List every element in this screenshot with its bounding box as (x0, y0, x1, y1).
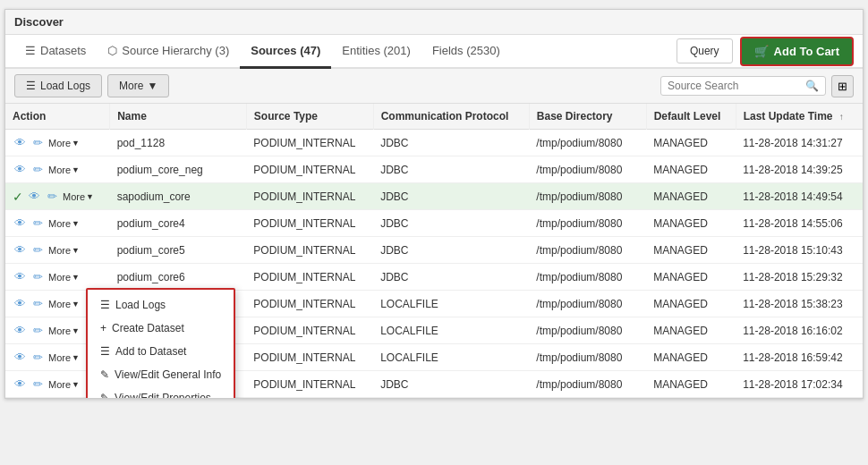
edit-icon[interactable]: ✏ (31, 216, 45, 231)
action-cell-inner: 👁 ✏ More ▼ (13, 162, 103, 177)
load-logs-button[interactable]: ☰ Load Logs (14, 74, 102, 97)
action-cell: ✓ 👁 ✏ More ▼ (5, 183, 110, 210)
view-icon[interactable]: 👁 (13, 162, 28, 177)
col-header-base-dir[interactable]: Base Directory (529, 104, 646, 130)
name-cell: pod_1128 (110, 130, 247, 156)
protocol-cell: LOCALFILE (373, 317, 529, 344)
name-cell: podium_core4 (110, 210, 247, 237)
nav-source-hierarchy[interactable]: ⬡ Source Hierarchy (3) (97, 35, 240, 69)
more-link[interactable]: More ▼ (48, 138, 80, 148)
col-header-name[interactable]: Name (110, 104, 247, 130)
query-button[interactable]: Query (677, 38, 733, 63)
dir-cell: /tmp/podium/8080 (529, 210, 646, 237)
dropdown-view-edit-properties[interactable]: ✎ View/Edit Properties (88, 386, 234, 398)
table-row: 👁 ✏ More ▼ podium_core4 PODIUM_INTERNAL … (5, 210, 863, 237)
view-icon[interactable]: 👁 (13, 376, 28, 392)
level-cell: MANAGED (646, 210, 736, 237)
level-cell: MANAGED (646, 371, 736, 398)
edit-icon[interactable]: ✏ (31, 323, 45, 338)
view-icon[interactable]: 👁 (13, 350, 28, 365)
check-icon[interactable]: ✓ (13, 190, 23, 204)
grid-icon: ⊞ (838, 80, 847, 93)
edit-icon[interactable]: ✏ (31, 269, 45, 284)
name-cell: podium_core_neg (110, 156, 247, 183)
action-cell-inner: 👁 ✏ More ▼ (13, 216, 103, 231)
nav-entities[interactable]: Entities (201) (331, 35, 421, 69)
dropdown-add-to-dataset[interactable]: ☰ Add to Dataset (88, 340, 234, 363)
col-header-level[interactable]: Default Level (646, 104, 736, 130)
col-header-update[interactable]: Last Update Time ↑ (736, 104, 863, 130)
grid-view-button[interactable]: ⊞ (831, 75, 854, 97)
more-link[interactable]: More ▼ (63, 191, 94, 202)
dir-cell: /tmp/podium/8080 (529, 291, 646, 317)
add-to-cart-button[interactable]: 🛒 Add To Cart (740, 37, 854, 66)
edit-icon[interactable]: ✏ (31, 135, 45, 150)
edit-icon[interactable]: ✏ (31, 242, 45, 258)
table-row: 👁 ✏ More ▼ podium_core_neg PODIUM_INTERN… (5, 156, 863, 183)
nav-datasets[interactable]: ☰ Datasets (14, 35, 97, 69)
more-button[interactable]: More ▼ (107, 74, 169, 97)
pencil-icon-2: ✎ (100, 392, 109, 398)
view-icon[interactable]: 👁 (13, 323, 28, 338)
view-icon[interactable]: 👁 (27, 189, 42, 204)
level-cell: MANAGED (646, 156, 736, 183)
edit-icon[interactable]: ✏ (31, 350, 45, 365)
dropdown-view-edit-general[interactable]: ✎ View/Edit General Info (88, 363, 234, 386)
level-cell: MANAGED (646, 291, 736, 317)
nav-fields[interactable]: Fields (2530) (421, 35, 511, 69)
datasets-icon: ☰ (25, 44, 36, 57)
nav-sources[interactable]: Sources (47) (240, 35, 331, 69)
col-header-source-type[interactable]: Source Type (246, 104, 373, 130)
title-bar: Discover (5, 10, 863, 35)
level-cell: MANAGED (646, 344, 736, 371)
level-cell: MANAGED (646, 183, 736, 210)
more-link[interactable]: More ▼ (48, 352, 80, 363)
more-link[interactable]: More ▼ (48, 379, 80, 390)
action-cell: 👁 ✏ More ▼ (5, 264, 110, 291)
view-icon[interactable]: 👁 (13, 269, 28, 284)
more-link[interactable]: More ▼ (48, 326, 80, 336)
protocol-cell: LOCALFILE (373, 291, 529, 317)
type-cell: PODIUM_INTERNAL (246, 264, 373, 291)
more-link[interactable]: More ▼ (48, 272, 80, 283)
dir-cell: /tmp/podium/8080 (529, 317, 646, 344)
dir-cell: /tmp/podium/8080 (529, 264, 646, 291)
edit-icon[interactable]: ✏ (31, 162, 45, 177)
col-header-protocol[interactable]: Communication Protocol (373, 104, 529, 130)
dir-cell: /tmp/podium/8080 (529, 156, 646, 183)
edit-icon[interactable]: ✏ (46, 189, 59, 204)
update-cell: 11-28-2018 14:31:27 (736, 130, 863, 156)
toolbar: ☰ Load Logs More ▼ 🔍 ⊞ (5, 69, 863, 104)
action-cell: 👁 ✏ More ▼ (5, 130, 110, 156)
hierarchy-icon: ⬡ (107, 44, 117, 57)
action-cell-inner: ✓ 👁 ✏ More ▼ (13, 189, 103, 204)
table-row: 👁 ✏ More ▼ podium_core5 PODIUM_INTERNAL … (5, 237, 863, 264)
edit-icon[interactable]: ✏ (31, 296, 45, 311)
protocol-cell: JDBC (373, 371, 529, 398)
plus-icon: + (100, 322, 106, 334)
update-cell: 11-28-2018 17:02:34 (736, 371, 863, 398)
view-icon[interactable]: 👁 (13, 216, 28, 231)
dropdown-create-dataset[interactable]: + Create Dataset (88, 317, 234, 340)
update-cell: 11-28-2018 15:38:23 (736, 291, 863, 317)
action-cell: 👁 ✏ More ▼ (5, 156, 110, 183)
view-icon[interactable]: 👁 (13, 296, 28, 311)
more-link[interactable]: More ▼ (48, 245, 80, 256)
level-cell: MANAGED (646, 317, 736, 344)
table-row: ✓ 👁 ✏ More ▼ sapodium_core PODIUM_INTERN… (5, 183, 863, 210)
more-link[interactable]: More ▼ (48, 165, 80, 175)
search-input[interactable] (668, 80, 802, 92)
action-cell-inner: 👁 ✏ More ▼ (13, 242, 103, 258)
more-link[interactable]: More ▼ (48, 299, 80, 309)
dropdown-load-logs[interactable]: ☰ Load Logs (88, 293, 234, 317)
protocol-cell: LOCALFILE (373, 344, 529, 371)
update-cell: 11-28-2018 16:16:02 (736, 317, 863, 344)
action-cell-inner: 👁 ✏ More ▼ (13, 135, 103, 150)
view-icon[interactable]: 👁 (13, 242, 28, 258)
list-icon: ☰ (26, 80, 36, 92)
type-cell: PODIUM_INTERNAL (246, 183, 373, 210)
edit-icon[interactable]: ✏ (31, 376, 45, 392)
more-link[interactable]: More ▼ (48, 218, 80, 229)
action-cell-inner: 👁 ✏ More ▼ (13, 269, 103, 284)
view-icon[interactable]: 👁 (13, 135, 28, 150)
